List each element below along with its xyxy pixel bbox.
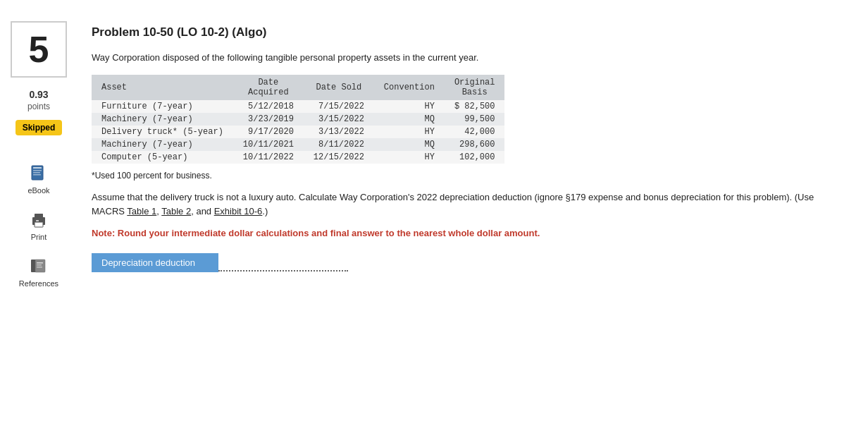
print-label: Print <box>31 233 47 241</box>
table-cell: $ 82,500 <box>445 100 505 113</box>
svg-rect-4 <box>33 174 41 176</box>
table-row: Delivery truck* (5-year)9/17/20203/13/20… <box>92 126 504 138</box>
col-header-asset: Asset <box>92 75 233 100</box>
table-cell: HY <box>374 100 445 113</box>
print-button[interactable]: Print <box>29 210 49 241</box>
col-header-date-sold: Date Sold <box>304 75 374 100</box>
table-cell: 3/13/2022 <box>304 126 374 138</box>
svg-rect-12 <box>37 264 42 266</box>
col-header-original-basis: OriginalBasis <box>445 75 505 100</box>
table-cell: MQ <box>374 113 445 126</box>
skipped-badge: Skipped <box>16 120 63 135</box>
table-cell: 10/11/2022 <box>233 151 304 164</box>
table-cell: 3/15/2022 <box>304 113 374 126</box>
table-row: Furniture (7-year)5/12/20187/15/2022HY$ … <box>92 100 504 113</box>
col-header-date-acquired: DateAcquired <box>233 75 304 100</box>
table-cell: HY <box>374 126 445 138</box>
depreciation-input-row: Depreciation deduction <box>92 253 847 272</box>
table-cell: 99,500 <box>445 113 505 126</box>
table-cell: 298,600 <box>445 138 505 151</box>
table-cell: Machinery (7-year) <box>92 138 233 151</box>
score-value: 0.93 <box>29 89 48 100</box>
ebook-button[interactable]: eBook <box>27 164 49 195</box>
table-cell: HY <box>374 151 445 164</box>
depreciation-label: Depreciation deduction <box>92 253 218 272</box>
table-cell: 8/11/2022 <box>304 138 374 151</box>
problem-number: 5 <box>11 21 67 78</box>
table-cell: 10/11/2021 <box>233 138 304 151</box>
instruction-part1: Assume that the delivery truck is not a … <box>92 192 814 217</box>
ebook-icon <box>29 164 49 183</box>
svg-rect-7 <box>35 222 43 227</box>
depreciation-input[interactable] <box>218 254 348 272</box>
table-row: Machinery (7-year)10/11/20218/11/2022MQ2… <box>92 138 504 151</box>
table-footnote: *Used 100 percent for business. <box>92 171 847 181</box>
references-button[interactable]: References <box>19 257 58 288</box>
table-cell: Computer (5-year) <box>92 151 233 164</box>
svg-rect-11 <box>37 262 43 264</box>
svg-rect-8 <box>36 220 39 221</box>
table-cell: 5/12/2018 <box>233 100 304 113</box>
table-cell: 3/23/2019 <box>233 113 304 126</box>
table1-link[interactable]: Table 1 <box>127 206 156 216</box>
score-unit: points <box>27 102 50 111</box>
table-cell: 7/15/2022 <box>304 100 374 113</box>
col-header-convention: Convention <box>374 75 445 100</box>
svg-rect-6 <box>35 214 43 219</box>
table-cell: Furniture (7-year) <box>92 100 233 113</box>
table-cell: 42,000 <box>445 126 505 138</box>
table-cell: MQ <box>374 138 445 151</box>
asset-table: Asset DateAcquired Date Sold Convention … <box>92 75 504 164</box>
svg-rect-1 <box>33 167 42 169</box>
table-cell: 9/17/2020 <box>233 126 304 138</box>
problem-title: Problem 10-50 (LO 10-2) (Algo) <box>92 25 847 39</box>
svg-rect-13 <box>37 267 42 268</box>
svg-rect-3 <box>33 172 40 173</box>
print-icon <box>29 210 49 230</box>
exhibit-link[interactable]: Exhibit 10-6 <box>214 206 263 216</box>
references-label: References <box>19 279 58 288</box>
svg-rect-2 <box>33 170 42 171</box>
table-cell: 12/15/2022 <box>304 151 374 164</box>
problem-description: Way Corporation disposed of the followin… <box>92 51 847 65</box>
table-cell: Delivery truck* (5-year) <box>92 126 233 138</box>
references-icon <box>29 257 49 276</box>
table2-link[interactable]: Table 2 <box>161 206 191 216</box>
instruction-text: Assume that the delivery truck is not a … <box>92 190 847 220</box>
ebook-label: eBook <box>27 186 49 195</box>
table-cell: Machinery (7-year) <box>92 113 233 126</box>
table-row: Computer (5-year)10/11/202212/15/2022HY1… <box>92 151 504 164</box>
table-cell: 102,000 <box>445 151 505 164</box>
table-row: Machinery (7-year)3/23/20193/15/2022MQ99… <box>92 113 504 126</box>
svg-rect-10 <box>35 260 45 272</box>
note-text: Note: Round your intermediate dollar cal… <box>92 226 847 240</box>
